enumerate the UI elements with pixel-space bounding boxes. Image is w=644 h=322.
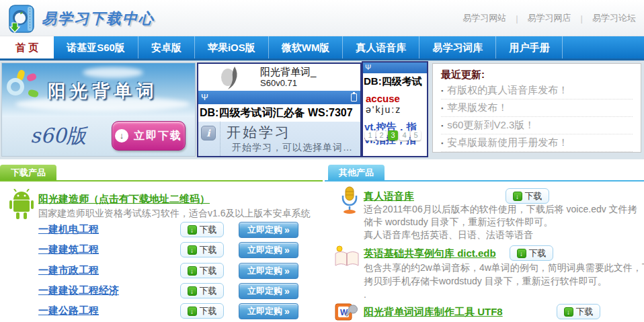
app-menu: i 开始学习 开始学习，可以选择单词… [198, 122, 360, 157]
download-arrow-icon: ↓ [188, 307, 197, 316]
other-product-link[interactable]: 英语基础共享例句库 dict.edb [364, 247, 496, 260]
product-link[interactable]: 一建市政工程 [38, 264, 99, 277]
download-button[interactable]: ↓ 下载 [506, 188, 549, 204]
download-button[interactable]: ↓ 下载 [180, 222, 224, 237]
screenshot-app-word: Ψ DB:四级考试 accuse ə'kju:z vt.控告，指 vi.指控，指… [362, 61, 428, 157]
link-separator: | [516, 13, 518, 24]
update-text: 苹果版发布！ [447, 102, 508, 114]
banner-title: 阳光背单词 [48, 79, 159, 103]
download-label: 下载 [576, 306, 594, 318]
signal-icon: Ψ [201, 92, 208, 102]
other-product-desc-line: 包含共享的约2w单词音标，4w单词的例句，简明词典需要此文件，下 [364, 262, 644, 274]
featured-product-link[interactable]: 阳光建造师（点击有下载地址二维码） [38, 193, 210, 206]
banner-sky: 阳光背单词 [2, 63, 195, 117]
download-button[interactable]: ↓ 下载 [180, 263, 224, 278]
link-forum[interactable]: 易学习论坛 [592, 12, 636, 24]
order-button[interactable]: 立即定购 » [239, 303, 298, 319]
app-logo-icon [5, 3, 36, 34]
product-link[interactable]: 一建机电工程 [38, 223, 99, 236]
app-splash-logo-icon [217, 65, 251, 91]
other-product-link[interactable]: 真人语音库 [364, 190, 414, 203]
screenshot-pagination: 1 2 3 4 5 [365, 130, 421, 140]
nav-s60[interactable]: 诺基亚S60版 [54, 36, 138, 58]
nav-dict-lib[interactable]: 易学习词库 [419, 36, 496, 58]
update-item[interactable]: ▪ 安卓版最新使用手册发布！ [441, 134, 633, 152]
download-label: 下载 [200, 265, 217, 277]
update-text: 有版权的真人语音库发布！ [447, 84, 568, 97]
update-item[interactable]: ▪ 有版权的真人语音库发布！ [441, 82, 633, 99]
db-status-line: DB:四级考试词汇必备 WS:7307 [198, 104, 360, 122]
top-links: 易学习网站 | 易学习网店 | 易学习论坛 [462, 12, 636, 24]
download-label: 下载 [200, 285, 217, 297]
order-button[interactable]: 立即定购 » [239, 242, 298, 258]
nav-voice-lib[interactable]: 真人语音库 [343, 36, 419, 58]
android-icon [8, 189, 35, 221]
page-dot-3-active[interactable]: 3 [388, 130, 398, 140]
order-label: 立即定购 [247, 305, 282, 317]
chevron-right-icon: » [284, 306, 290, 317]
order-label: 立即定购 [247, 285, 282, 297]
download-row: 一建建设工程经济 ↓ 下载 立即定购 » [0, 281, 323, 301]
nav-manual[interactable]: 用户手册 [496, 36, 563, 58]
menu-item-subtitle: 开始学习，可以选择单词… [232, 142, 353, 154]
order-button[interactable]: 立即定购 » [239, 263, 298, 279]
update-item[interactable]: ▪ 苹果版发布！ [441, 99, 633, 117]
banner-download-button[interactable]: ↓ 立即下载 [112, 121, 186, 151]
main-nav: 首 页 诺基亚S60版 安卓版 苹果iOS版 微软WM版 真人语音库 易学习词库… [0, 36, 644, 61]
download-arrow-icon: ↓ [188, 266, 197, 276]
product-link[interactable]: 一建建设工程经济 [38, 284, 119, 297]
link-store[interactable]: 易学习网店 [528, 12, 571, 24]
featured-product-desc: 国家建造师职业资格考试练习软件，适合v1.6及以上版本安卓系统 [38, 208, 310, 220]
page-dot-1[interactable]: 1 [365, 130, 375, 140]
updates-title: 最近更新: [441, 67, 633, 82]
download-button[interactable]: ↓ 下载 [180, 242, 224, 257]
page-dot-2[interactable]: 2 [376, 130, 387, 140]
order-button[interactable]: 立即定购 » [239, 222, 298, 238]
order-button[interactable]: 立即定购 » [239, 283, 298, 299]
download-button[interactable]: ↓ 下载 [180, 303, 224, 319]
open-book-icon [333, 244, 361, 268]
nav-home[interactable]: 首 页 [0, 36, 54, 58]
status-bar: Ψ [363, 63, 427, 73]
link-website[interactable]: 易学习网站 [462, 12, 506, 24]
order-label: 立即定购 [247, 265, 282, 277]
tool-book-icon: W [334, 301, 360, 321]
download-button[interactable]: ↓ 下载 [180, 283, 224, 298]
download-button[interactable]: ↓ 下载 [557, 304, 600, 319]
nav-ios[interactable]: 苹果iOS版 [195, 36, 269, 58]
bullet-icon: ▪ [441, 87, 443, 94]
download-label: 下载 [525, 190, 542, 202]
download-arrow-icon: ↓ [115, 129, 128, 143]
green-underline [0, 180, 323, 182]
tab-download-products[interactable]: 下载产品 [0, 165, 56, 180]
page-dot-4[interactable]: 4 [399, 130, 409, 140]
update-text: s60更新到V2.3版！ [447, 119, 534, 132]
battery-icon [351, 93, 357, 102]
signal-icon: Ψ [365, 63, 371, 71]
other-product-link[interactable]: 阳光背单词词库制作工具 UTF8 [364, 306, 503, 319]
download-label: 下载 [200, 224, 217, 236]
product-banner[interactable]: 阳光背单词 s60版 ↓ 立即下载 [1, 63, 196, 157]
screenshot-app-header: 阳光背单词_ S60v0.71 [198, 64, 360, 91]
page: 易学习下载中心 易学习网站 | 易学习网店 | 易学习论坛 首 页 诺基亚S60… [0, 0, 644, 322]
nav-wm[interactable]: 微软WM版 [269, 36, 344, 58]
product-link[interactable]: 一建建筑工程 [38, 243, 99, 256]
app-name: 阳光背单词_ [260, 66, 316, 79]
nav-android[interactable]: 安卓版 [138, 36, 195, 58]
chevron-right-icon: » [284, 245, 290, 255]
page-dot-5[interactable]: 5 [411, 130, 421, 140]
recent-updates-box: 最近更新: ▪ 有版权的真人语音库发布！ ▪ 苹果版发布！ ▪ s60更新到V2… [432, 63, 641, 153]
download-button[interactable]: ↓ 下载 [510, 245, 553, 261]
product-link[interactable]: 一建公路工程 [38, 305, 99, 317]
word-headword: accuse [363, 93, 427, 104]
update-item[interactable]: ▪ s60更新到V2.3版！ [441, 117, 633, 134]
other-product-desc-line: 拷贝到手机存储卡wordstudy 目录下，重新运行软件即可。 [364, 276, 607, 288]
microphone-icon [339, 186, 360, 214]
other-product-desc-line: 适合2011年06月以后版本的软件使用，下载后将 voice.edv 文件拷 [364, 204, 637, 216]
chevron-right-icon: » [284, 286, 290, 296]
download-label: 下载 [200, 244, 217, 256]
banner-edition: s60版 [30, 122, 87, 150]
word-phonetic: ə'kju:z [363, 104, 427, 115]
chevron-right-icon: » [284, 266, 290, 276]
menu-divider [220, 122, 220, 157]
